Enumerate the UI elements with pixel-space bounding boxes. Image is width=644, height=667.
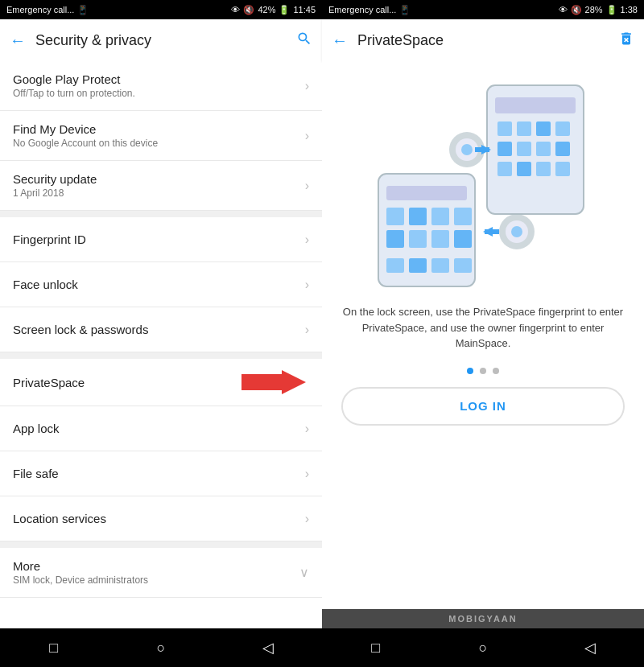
phone-icon: 📱 (399, 5, 411, 15)
right-top-bar: ← PrivateSpace (322, 19, 644, 61)
item-title: File safe (13, 467, 305, 480)
back-button[interactable]: ← (332, 31, 348, 50)
item-text: File safe (13, 467, 305, 480)
chevron-right-icon: › (305, 278, 309, 292)
svg-rect-2 (495, 97, 576, 113)
battery-icon: 🔋 (279, 5, 290, 15)
svg-rect-13 (536, 162, 551, 176)
security-update-item[interactable]: Security update 1 April 2018 › (0, 161, 322, 211)
battery-text: 42% (258, 5, 275, 14)
svg-rect-26 (386, 208, 404, 225)
chevron-right-icon: › (305, 467, 309, 481)
back-nav-button[interactable]: ◁ (252, 632, 284, 664)
item-text: Fingerprint ID (13, 233, 305, 246)
google-play-protect-item[interactable]: Google Play Protect Off/Tap to turn on p… (0, 61, 322, 111)
chevron-right-icon: › (305, 79, 309, 93)
svg-rect-29 (454, 208, 472, 225)
svg-rect-12 (517, 162, 531, 176)
emergency-call-text: Emergency call... (6, 5, 74, 14)
svg-rect-25 (454, 258, 472, 273)
battery-icon: 🔋 (606, 5, 617, 15)
phone-icon: 📱 (77, 5, 89, 15)
screen-lock-item[interactable]: Screen lock & passwords › (0, 307, 322, 352)
chevron-right-icon: › (305, 129, 309, 143)
item-text: Screen lock & passwords (13, 323, 305, 336)
description-text: On the lock screen, use the PrivateSpace… (341, 304, 625, 352)
item-title: App lock (13, 422, 305, 435)
item-subtitle: SIM lock, Device administrators (13, 574, 299, 586)
svg-marker-0 (242, 370, 306, 394)
item-text: Google Play Protect Off/Tap to turn on p… (13, 72, 305, 99)
home-button[interactable]: ○ (145, 632, 177, 664)
item-text: Find My Device No Google Account on this… (13, 122, 305, 149)
mute-icon: 🔇 (243, 5, 254, 15)
item-text: App lock (13, 422, 305, 435)
svg-rect-35 (485, 229, 499, 234)
find-my-device-item[interactable]: Find My Device No Google Account on this… (0, 111, 322, 161)
recents-button[interactable]: □ (360, 632, 392, 664)
red-arrow-icon (242, 370, 306, 394)
battery-text: 28% (585, 5, 603, 14)
svg-rect-14 (555, 162, 570, 176)
fingerprint-id-item[interactable]: Fingerprint ID › (0, 217, 322, 262)
status-bar-right: 👁 🔇 42% 🔋 11:45 (231, 5, 316, 15)
location-services-item[interactable]: Location services › (0, 496, 322, 541)
page-dot-1 (467, 368, 473, 374)
svg-rect-27 (409, 208, 427, 225)
home-button[interactable]: ○ (467, 632, 499, 664)
watermark-text: MOBIGYAAN (448, 614, 517, 624)
privatespace-title: PrivateSpace (13, 376, 242, 389)
recents-button[interactable]: □ (38, 632, 70, 664)
svg-rect-11 (497, 162, 512, 176)
right-status-bar: Emergency call... 📱 👁 🔇 28% 🔋 1:38 (322, 0, 644, 19)
item-text: More SIM lock, Device administrators (13, 559, 299, 586)
emergency-call-text: Emergency call... (328, 5, 396, 14)
settings-list: Google Play Protect Off/Tap to turn on p… (0, 61, 322, 628)
right-bottom-nav: □ ○ ◁ (322, 628, 644, 667)
app-lock-item[interactable]: App lock › (0, 406, 322, 451)
svg-rect-5 (536, 121, 551, 136)
trash-button[interactable] (618, 31, 634, 51)
svg-rect-24 (431, 258, 449, 273)
item-title: Find My Device (13, 122, 305, 136)
left-panel: Emergency call... 📱 👁 🔇 42% 🔋 11:45 ← Se… (0, 0, 322, 667)
pagination-dots (467, 368, 499, 374)
item-title: Location services (13, 512, 305, 525)
svg-rect-23 (409, 258, 427, 273)
item-title: Fingerprint ID (13, 233, 305, 246)
status-bar-left: Emergency call... 📱 (328, 5, 411, 15)
face-unlock-item[interactable]: Face unlock › (0, 262, 322, 307)
back-button[interactable]: ← (10, 31, 26, 50)
item-subtitle: No Google Account on this device (13, 138, 305, 149)
eye-icon: 👁 (231, 5, 240, 14)
chevron-right-icon: › (305, 422, 309, 436)
item-text: Face unlock (13, 278, 305, 291)
login-button[interactable]: LOG IN (341, 387, 625, 426)
chevron-right-icon: › (305, 179, 309, 193)
svg-rect-8 (517, 142, 531, 156)
svg-rect-19 (475, 147, 489, 152)
file-safe-item[interactable]: File safe › (0, 451, 322, 496)
svg-rect-28 (431, 208, 449, 225)
search-button[interactable] (296, 31, 312, 51)
back-nav-button[interactable]: ◁ (574, 632, 606, 664)
privatespace-item[interactable]: PrivateSpace (0, 359, 322, 406)
more-item[interactable]: More SIM lock, Device administrators ∨ (0, 548, 322, 598)
time-text: 1:38 (621, 5, 638, 14)
page-dot-3 (493, 368, 499, 374)
chevron-right-icon: › (305, 233, 309, 247)
svg-point-38 (511, 226, 522, 237)
item-title: Face unlock (13, 278, 305, 291)
svg-rect-22 (386, 258, 404, 273)
item-title: Screen lock & passwords (13, 323, 305, 336)
section-divider (0, 541, 322, 548)
section-divider (0, 352, 322, 359)
svg-rect-31 (409, 230, 427, 248)
svg-rect-32 (431, 230, 449, 248)
right-panel: Emergency call... 📱 👁 🔇 28% 🔋 1:38 ← Pri… (322, 0, 644, 667)
item-text: Security update 1 April 2018 (13, 172, 305, 199)
chevron-right-icon: › (305, 323, 309, 337)
page-title: PrivateSpace (357, 32, 609, 49)
item-text: Location services (13, 512, 305, 525)
svg-rect-30 (386, 230, 404, 248)
